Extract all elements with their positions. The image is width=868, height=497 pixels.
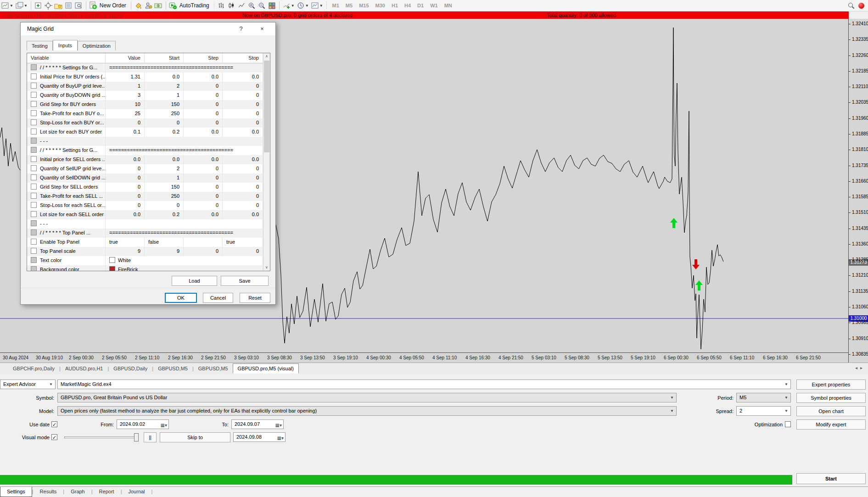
start-cell[interactable]: 0.2 (145, 210, 184, 219)
optimize-checkbox[interactable] (31, 73, 37, 79)
param-row[interactable]: Quantity of SellUP grid leve...0200 (27, 164, 270, 173)
step-cell[interactable]: 0 (184, 118, 223, 128)
param-row[interactable]: Take-Profit for each SELL ...025000 (27, 192, 270, 201)
step-cell[interactable]: 0.0 (184, 155, 223, 164)
calendar-icon[interactable]: ▦▾ (161, 421, 167, 430)
value-cell[interactable]: 0 (106, 118, 145, 128)
value-cell[interactable]: 0 (106, 192, 145, 201)
banknote-icon[interactable]: $ (154, 1, 163, 11)
tester-tab-settings[interactable]: Settings (0, 487, 32, 497)
to-date-field[interactable]: 2024.09.07▦▾ (231, 419, 284, 429)
start-cell[interactable]: 1 (145, 173, 184, 183)
info-row[interactable]: - - - (27, 137, 270, 146)
optimize-checkbox[interactable] (31, 239, 37, 245)
stop-cell[interactable]: 0.0 (223, 210, 263, 219)
ok-button[interactable]: OK (165, 293, 197, 303)
value-cell[interactable]: 0 (106, 183, 145, 192)
param-row[interactable]: Enable Top Paneltruefalsetrue (27, 238, 270, 247)
timeframe-mn[interactable]: MN (441, 1, 455, 10)
templates-folder-icon[interactable] (54, 1, 63, 11)
param-row[interactable]: Lot size for each SELL order0.00.20.00.0 (27, 210, 270, 219)
stop-cell[interactable]: 0 (223, 247, 263, 256)
spread-select[interactable]: 2▼ (736, 406, 791, 416)
step-cell[interactable]: 0.0 (184, 210, 223, 219)
profiles-icon[interactable] (15, 1, 24, 11)
timeframe-h1[interactable]: H1 (388, 1, 401, 10)
optimize-checkbox[interactable] (31, 119, 37, 125)
zoom-in-icon[interactable] (247, 1, 257, 11)
value-cell[interactable]: 25 (106, 109, 145, 118)
value-cell[interactable]: ========================================… (106, 146, 263, 155)
optimize-checkbox[interactable] (31, 138, 37, 144)
stop-cell[interactable]: 0.0 (223, 73, 263, 82)
pause-button[interactable]: || (144, 432, 157, 442)
stop-cell[interactable]: 0 (223, 164, 263, 173)
chevron-down-icon[interactable]: ▼ (24, 4, 28, 8)
timeframe-h4[interactable]: H4 (401, 1, 414, 10)
stop-cell[interactable]: 0 (223, 192, 263, 201)
autotrading-label[interactable]: AutoTrading (179, 2, 209, 9)
stop-cell[interactable]: 0.0 (223, 128, 263, 137)
value-cell[interactable]: 0.1 (106, 128, 145, 137)
info-row[interactable]: - - - (27, 219, 270, 229)
value-cell[interactable]: ========================================… (106, 63, 263, 73)
step-cell[interactable] (184, 238, 223, 247)
optimize-checkbox[interactable] (31, 128, 37, 134)
tester-tab-journal[interactable]: Journal (122, 487, 151, 497)
value-cell[interactable]: 1 (106, 82, 145, 91)
stop-cell[interactable]: 0.0 (223, 155, 263, 164)
search-icon[interactable] (846, 1, 856, 11)
param-row[interactable]: Lot size for each BUY order0.10.20.00.0 (27, 128, 270, 137)
chart-tab-3[interactable]: GBPUSD,M5 (153, 364, 192, 373)
step-cell[interactable]: 0 (184, 183, 223, 192)
param-row[interactable]: Top Panel scale9900 (27, 247, 270, 256)
optimize-checkbox[interactable] (31, 147, 37, 153)
optimize-checkbox[interactable] (31, 92, 37, 98)
stop-cell[interactable]: 0 (223, 201, 263, 210)
stop-cell[interactable]: 0 (223, 173, 263, 183)
column-header-start[interactable]: Start (145, 53, 184, 63)
chevron-down-icon[interactable]: ▼ (319, 4, 323, 8)
value-cell[interactable]: 1.31 (106, 73, 145, 82)
timeframe-m5[interactable]: M5 (342, 1, 356, 10)
step-cell[interactable]: 0 (184, 201, 223, 210)
start-cell[interactable]: 150 (145, 183, 184, 192)
param-row[interactable]: Quantity of BuyDOWN grid ...3100 (27, 91, 270, 100)
timeframe-m1[interactable]: M1 (329, 1, 342, 10)
timeframe-d1[interactable]: D1 (414, 1, 427, 10)
start-cell[interactable]: 250 (145, 192, 184, 201)
step-cell[interactable]: 0 (184, 91, 223, 100)
chart-tab-0[interactable]: GBPCHF.pro,Daily (8, 364, 59, 373)
reset-button[interactable]: Reset (240, 293, 270, 303)
skip-to-date-field[interactable]: 2024.09.08▦▾ (233, 432, 286, 442)
scrollbar-thumb[interactable] (264, 61, 269, 152)
symbol-properties-button[interactable]: Symbol properties (796, 393, 866, 403)
save-button[interactable]: Save (221, 276, 269, 286)
dialog-tab-testing[interactable]: Testing (27, 41, 53, 50)
optimize-checkbox[interactable] (31, 193, 37, 199)
market-watch-icon[interactable] (64, 1, 73, 11)
param-row[interactable]: Quantity of BuyUP grid leve...1200 (27, 82, 270, 91)
param-row[interactable]: Initial price for SELL orders ...0.00.00… (27, 155, 270, 164)
start-cell[interactable]: 0.0 (145, 73, 184, 82)
optimize-checkbox[interactable] (31, 202, 37, 208)
info-row[interactable]: / / * * * * * Settings for G...=========… (27, 146, 270, 155)
start-button[interactable]: Start (796, 473, 866, 484)
value-cell[interactable]: FireBrick (106, 265, 263, 271)
optimize-checkbox[interactable] (31, 257, 37, 263)
expert-advisors-icon[interactable] (144, 1, 153, 11)
tester-tab-results[interactable]: Results (34, 487, 63, 497)
crosshair-icon[interactable] (44, 1, 53, 11)
period-select[interactable]: M5▼ (736, 393, 791, 402)
column-header-variable[interactable]: Variable (27, 53, 106, 63)
table-scrollbar[interactable]: ∧ ∨ (263, 53, 270, 271)
param-row[interactable]: Grid Step for SELL orders015000 (27, 183, 270, 192)
tester-tab-report[interactable]: Report (93, 487, 121, 497)
optimize-checkbox[interactable] (31, 229, 37, 235)
optimize-checkbox[interactable] (31, 83, 37, 89)
zoom-out-icon[interactable] (257, 1, 267, 11)
param-row[interactable]: Grid Step for BUY orders1015000 (27, 100, 270, 109)
stop-cell[interactable]: true (223, 238, 263, 247)
paint-bucket-icon[interactable] (134, 1, 143, 11)
info-row[interactable]: Text colorWhite (27, 256, 270, 265)
